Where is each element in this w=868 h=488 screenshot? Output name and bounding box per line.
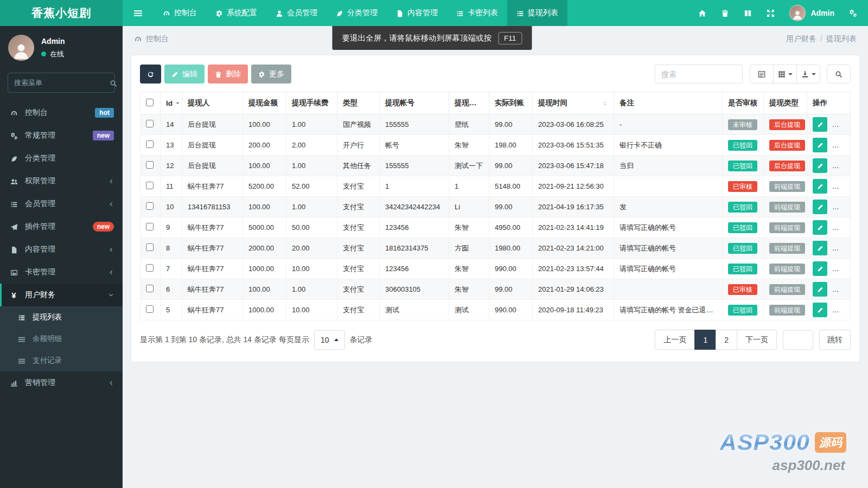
sidebar-item-member[interactable]: 会员管理 [0, 192, 123, 215]
new-badge: new [93, 222, 114, 232]
sidebar-item-label: 常规管理 [25, 131, 55, 140]
cell-payee-name: 测试一下 [449, 156, 489, 176]
trash-icon [836, 265, 843, 273]
page-size-select[interactable]: 10 [314, 330, 345, 350]
edit-button[interactable]: 编辑 [164, 65, 205, 84]
chevron-left-icon [108, 247, 114, 253]
nav-item-system-config[interactable]: 系统配置 [206, 0, 266, 26]
sidebar-item-balance-detail[interactable]: 余额明细 [0, 328, 123, 350]
row-checkbox[interactable] [146, 161, 154, 169]
table-row: 5 蜗牛狂奔77 1000.00 10.00 支付宝 测试 测试 990.00 … [141, 300, 851, 320]
sidebar-toggle-button[interactable] [123, 0, 154, 26]
edit-row-button[interactable] [813, 261, 827, 276]
search-icon[interactable] [110, 78, 117, 87]
bar-chart-icon [9, 378, 19, 387]
row-checkbox[interactable] [146, 140, 154, 148]
delete-row-button[interactable] [832, 282, 847, 297]
row-checkbox[interactable] [146, 120, 154, 127]
home-icon[interactable] [698, 9, 706, 18]
nav-item-categories[interactable]: 分类管理 [327, 0, 387, 26]
delete-row-button[interactable] [832, 200, 847, 214]
cell-withdrawer: 蜗牛狂奔77 [182, 176, 243, 197]
table-search-input[interactable] [655, 65, 743, 84]
edit-row-button[interactable] [813, 200, 827, 214]
delete-row-button[interactable] [832, 303, 847, 317]
trash-icon [836, 203, 843, 211]
sidebar-item-dashboard[interactable]: 控制台 hot [0, 101, 123, 124]
delete-row-button[interactable] [832, 117, 847, 132]
menu-search-input[interactable] [14, 79, 110, 87]
row-checkbox[interactable] [146, 182, 154, 189]
edit-row-button[interactable] [813, 282, 827, 297]
advanced-search-button[interactable] [827, 65, 851, 84]
nav-item-content[interactable]: 内容管理 [387, 0, 447, 26]
settings-gears-icon[interactable] [849, 9, 857, 18]
row-checkbox[interactable] [146, 285, 154, 292]
delete-row-button[interactable] [832, 179, 847, 194]
nav-item-members[interactable]: 会员管理 [266, 0, 327, 26]
detail-view-button[interactable] [750, 65, 774, 84]
prev-page-button[interactable]: 上一页 [655, 330, 695, 350]
sidebar-item-user-finance[interactable]: ¥ 用户财务 [0, 284, 123, 306]
cell-fee: 10.00 [286, 300, 337, 320]
delete-row-button[interactable] [832, 241, 847, 255]
cell-payee-name: Li [449, 197, 489, 217]
edit-row-button[interactable] [813, 220, 827, 235]
sidebar-item-content[interactable]: 内容管理 [0, 238, 123, 261]
delete-button[interactable]: 删除 [208, 65, 248, 84]
row-checkbox[interactable] [146, 305, 154, 313]
select-all-checkbox[interactable] [146, 99, 154, 106]
cell-remark [614, 279, 723, 300]
row-checkbox[interactable] [146, 243, 154, 251]
page-button-2[interactable]: 2 [716, 330, 737, 350]
delete-row-button[interactable] [832, 261, 847, 276]
nav-item-card-list[interactable]: 卡密列表 [447, 0, 507, 26]
row-checkbox[interactable] [146, 202, 154, 210]
next-page-button[interactable]: 下一页 [737, 330, 777, 350]
sidebar-item-withdraw-list[interactable]: 提现列表 [0, 306, 123, 328]
fullscreen-expand-icon[interactable] [767, 9, 775, 18]
edit-row-button[interactable] [813, 158, 827, 173]
delete-row-button[interactable] [832, 138, 847, 152]
withdraw-type-badge: 前端提现 [769, 243, 805, 254]
jump-button[interactable]: 跳转 [819, 330, 851, 350]
page-button-1[interactable]: 1 [694, 330, 716, 350]
jump-page-input[interactable] [783, 330, 813, 350]
clear-cache-trash-icon[interactable] [721, 9, 729, 18]
nav-item-dashboard[interactable]: 控制台 [154, 0, 206, 26]
sidebar-item-payment-record[interactable]: 支付记录 [0, 350, 123, 371]
cell-type: 其他任务 [337, 156, 380, 176]
row-checkbox[interactable] [146, 264, 154, 272]
delete-row-button[interactable] [832, 158, 847, 173]
cell-amount: 100.00 [243, 156, 286, 176]
sidebar-item-category[interactable]: 分类管理 [0, 147, 123, 170]
edit-row-button[interactable] [813, 138, 827, 152]
edit-row-button[interactable] [813, 117, 827, 132]
language-book-icon[interactable] [744, 9, 752, 18]
sidebar-item-marketing[interactable]: 营销管理 [0, 371, 123, 394]
sidebar-item-card[interactable]: 卡密管理 [0, 261, 123, 284]
pencil-icon [817, 265, 824, 273]
list-icon [16, 356, 27, 364]
admin-menu[interactable]: Admin [789, 5, 834, 21]
row-checkbox[interactable] [146, 223, 154, 230]
more-button[interactable]: 更多 [251, 65, 291, 84]
nav-item-withdraw-list[interactable]: 提现列表 [507, 0, 567, 26]
breadcrumb-dashboard[interactable]: 控制台 [146, 34, 169, 44]
sidebar-item-general[interactable]: 常规管理 new [0, 124, 123, 147]
edit-row-button[interactable] [813, 303, 827, 317]
cell-account: 34242342442234 [380, 197, 449, 217]
columns-button[interactable] [773, 65, 797, 84]
refresh-button[interactable] [140, 65, 161, 84]
cell-type: 支付宝 [337, 176, 380, 197]
withdraw-type-badge: 后台提现 [769, 160, 805, 171]
cell-remark: 发 [614, 197, 723, 217]
edit-row-button[interactable] [813, 179, 827, 194]
delete-row-button[interactable] [832, 220, 847, 235]
sidebar-item-plugin[interactable]: 插件管理 new [0, 215, 123, 238]
edit-row-button[interactable] [813, 241, 827, 255]
withdraw-type-badge: 后台提现 [769, 119, 805, 130]
sidebar-item-permission[interactable]: 权限管理 [0, 170, 123, 192]
breadcrumb-section[interactable]: 用户财务 [786, 34, 816, 43]
export-button[interactable] [796, 65, 820, 84]
